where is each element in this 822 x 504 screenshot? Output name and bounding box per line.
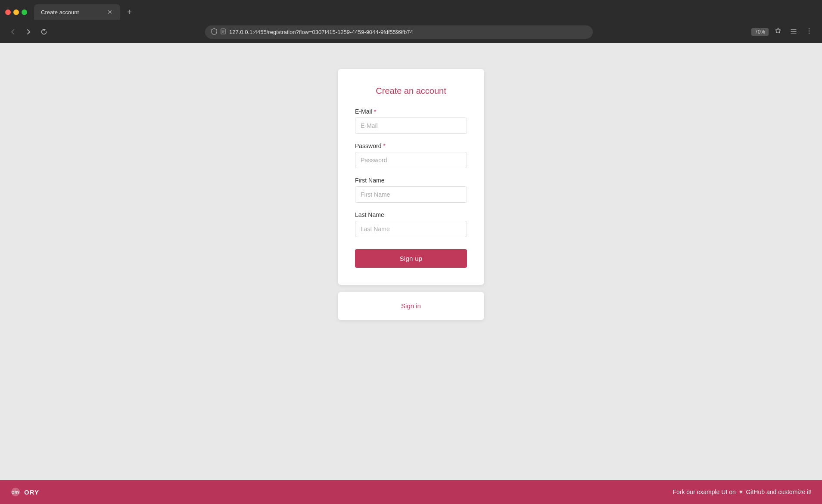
email-field-group: E-Mail * xyxy=(355,108,467,134)
tab-title: Create account xyxy=(41,9,103,15)
github-icon: ✦ xyxy=(738,489,744,495)
url-text: 127.0.0.1:4455/registration?flow=0307f41… xyxy=(229,29,587,35)
back-button[interactable] xyxy=(7,27,19,37)
svg-point-5 xyxy=(809,31,810,31)
new-tab-button[interactable]: + xyxy=(124,6,135,19)
form-title: Create an account xyxy=(355,86,467,96)
tab-bar: Create account ✕ + xyxy=(0,0,822,21)
signin-link[interactable]: Sign in xyxy=(401,302,421,309)
page-content: Create an account E-Mail * Password * Fi… xyxy=(0,43,822,480)
svg-point-4 xyxy=(809,28,810,29)
reload-button[interactable] xyxy=(38,27,50,37)
tab-close-button[interactable]: ✕ xyxy=(106,9,113,15)
email-input[interactable] xyxy=(355,117,467,134)
traffic-lights xyxy=(5,9,27,15)
email-required-indicator: * xyxy=(374,108,376,115)
password-input[interactable] xyxy=(355,152,467,168)
page-icon xyxy=(221,28,226,36)
registration-form-card: Create an account E-Mail * Password * Fi… xyxy=(338,69,484,285)
svg-point-6 xyxy=(809,33,810,34)
first-name-field-group: First Name xyxy=(355,177,467,203)
signup-button[interactable]: Sign up xyxy=(355,249,467,268)
url-bar[interactable]: 127.0.0.1:4455/registration?flow=0307f41… xyxy=(205,25,593,39)
last-name-input[interactable] xyxy=(355,221,467,237)
zoom-badge[interactable]: 70% xyxy=(751,28,769,36)
address-bar: 127.0.0.1:4455/registration?flow=0307f41… xyxy=(0,21,822,43)
fullscreen-window-button[interactable] xyxy=(22,9,27,15)
signin-card: Sign in xyxy=(338,292,484,320)
browser-chrome: Create account ✕ + 127.0.0.1:4455/regist… xyxy=(0,0,822,43)
extensions-button[interactable] xyxy=(788,26,800,38)
last-name-label: Last Name xyxy=(355,211,467,218)
close-window-button[interactable] xyxy=(5,9,11,15)
footer: ORY ORY Fork our example UI on ✦ GitHub … xyxy=(0,480,822,504)
bookmark-button[interactable] xyxy=(772,26,784,38)
browser-menu-button[interactable] xyxy=(803,26,815,38)
ory-brand-name: ORY xyxy=(24,489,39,496)
password-label: Password * xyxy=(355,142,467,149)
active-tab[interactable]: Create account ✕ xyxy=(34,4,120,20)
password-required-indicator: * xyxy=(383,142,385,149)
svg-text:ORY: ORY xyxy=(11,490,19,495)
ory-logo: ORY ORY xyxy=(10,487,39,497)
footer-cta-text: Fork our example UI on ✦ GitHub and cust… xyxy=(673,489,812,495)
first-name-input[interactable] xyxy=(355,186,467,203)
last-name-field-group: Last Name xyxy=(355,211,467,237)
shield-icon xyxy=(211,28,217,36)
password-field-group: Password * xyxy=(355,142,467,168)
ory-logo-icon: ORY xyxy=(10,487,21,497)
forward-button[interactable] xyxy=(22,27,34,37)
first-name-label: First Name xyxy=(355,177,467,184)
email-label: E-Mail * xyxy=(355,108,467,115)
minimize-window-button[interactable] xyxy=(13,9,19,15)
